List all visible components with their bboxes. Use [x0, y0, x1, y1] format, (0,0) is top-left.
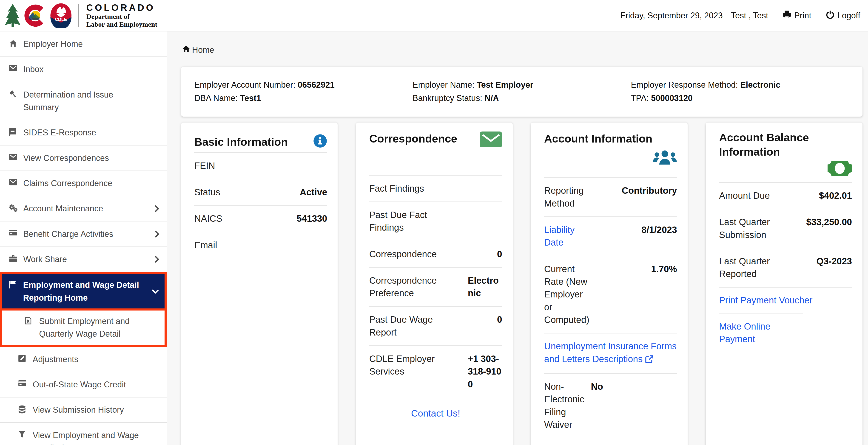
logoff-button[interactable]: Logoff	[826, 10, 860, 21]
sidebar-item-inbox[interactable]: Inbox	[0, 57, 166, 82]
contact-us-row: Contact Us!	[369, 397, 502, 426]
card-title: Account Balance Information	[719, 130, 852, 159]
make-payment-row: Make Online Payment	[719, 313, 852, 352]
pencil-square-icon	[18, 354, 28, 363]
brand-state-name: COLORADO	[86, 2, 157, 13]
filter-icon	[18, 431, 28, 438]
power-icon	[826, 10, 835, 21]
people-icon	[653, 150, 677, 168]
account-balance-card: Account Balance Information Amount Due $…	[706, 123, 863, 445]
printer-icon	[782, 10, 792, 21]
sidebar-item-view-submission-history[interactable]: View Submission History	[0, 398, 166, 423]
breadcrumb[interactable]: Home	[182, 45, 862, 55]
flag-icon	[9, 280, 18, 289]
response-method-label: Employer Response Method:	[631, 80, 738, 90]
logged-in-user: Test , Test	[731, 11, 768, 21]
tpa-value: 500003120	[651, 93, 693, 103]
database-icon	[18, 405, 28, 414]
employer-info-col2: Employer Name: Test Employer Bankruptcy …	[412, 78, 631, 105]
money-bill-icon	[828, 161, 852, 178]
sidebar-item-adjustments[interactable]: Adjustments	[0, 347, 166, 372]
contact-us-link[interactable]: Contact Us!	[411, 407, 460, 420]
print-voucher-row: Print Payment Voucher	[719, 287, 852, 313]
cdle-employer-portal: CDLE COLORADO Department of Labor and Em…	[0, 0, 868, 445]
logo-divider	[78, 4, 79, 26]
brand-dept-line2: Labor and Employment	[86, 21, 157, 29]
account-number-value: 06562921	[298, 80, 335, 90]
response-method-value: Electronic	[740, 80, 780, 90]
envelope-icon	[480, 132, 502, 175]
gavel-icon	[9, 90, 19, 98]
sidebar-item-submit-employment-quarterly-wage-detail[interactable]: Submit Employment and Quarterly Wage Det…	[0, 308, 166, 347]
cdle-badge-icon: CDLE	[50, 3, 72, 28]
envelope-icon	[9, 153, 19, 161]
gears-icon	[9, 204, 19, 212]
card-row: Amount Due $402.01	[719, 182, 852, 209]
card-row: Past Due Fact Findings	[369, 202, 502, 241]
dba-value: Test1	[240, 93, 261, 103]
card-row: Reporting Method Contributory	[544, 177, 677, 217]
home-icon	[9, 39, 19, 47]
colorado-cdle-logo: CDLE COLORADO Department of Labor and Em…	[4, 2, 157, 28]
sidebar-item-work-share[interactable]: Work Share	[0, 247, 166, 272]
print-button[interactable]: Print	[782, 10, 811, 21]
tpa-label: TPA:	[631, 93, 649, 103]
home-icon	[182, 45, 190, 55]
sidebar-item-view-correspondences[interactable]: View Correspondences	[0, 145, 166, 171]
phone-link[interactable]: +1 303-318-9100	[468, 352, 502, 390]
card-row: Correspondence 0	[369, 241, 502, 267]
sidebar-nav: Employer Home Inbox Determination and Is…	[0, 31, 167, 445]
breadcrumb-home[interactable]: Home	[192, 45, 214, 55]
card-row: NAICS 541330	[194, 205, 327, 232]
top-header: CDLE COLORADO Department of Labor and Em…	[0, 0, 868, 31]
chevron-down-icon	[151, 289, 159, 294]
envelope-icon	[9, 178, 19, 186]
bankruptcy-label: Bankruptcy Status:	[412, 93, 482, 103]
card-row: Liability Date 8/1/2023	[544, 216, 677, 256]
naics-link[interactable]: 541330	[297, 212, 327, 225]
sidebar-item-determination-issue-summary[interactable]: Determination and Issue Summary	[0, 82, 166, 120]
chevron-right-icon	[154, 230, 159, 238]
card-row: Current Rate (New Employer or Computed) …	[544, 256, 677, 333]
sidebar-item-out-of-state-wage-credit[interactable]: Out-of-State Wage Credit	[0, 372, 166, 398]
sidebar-item-account-maintenance[interactable]: Account Maintenance	[0, 196, 166, 221]
header-right: Friday, September 29, 2023 Test , Test P…	[620, 10, 860, 21]
file-excel-icon	[25, 316, 34, 325]
card-row: CDLE Employer Services +1 303-318-9100	[369, 345, 502, 397]
card-row: FEIN	[194, 152, 327, 179]
sidebar-item-view-employment-wage-detail-history[interactable]: View Employment and Wage Detail History	[0, 423, 166, 445]
svg-text:CDLE: CDLE	[55, 17, 67, 22]
ui-forms-letters-link[interactable]: Unemployment Insurance Forms and Letters…	[544, 341, 677, 364]
sidebar-item-sides-e-response[interactable]: SIDES E-Response	[0, 120, 166, 145]
correspondence-card: Correspondence Fact Findings Past Due Fa…	[356, 123, 513, 445]
envelope-icon	[9, 65, 19, 72]
sidebar-item-employment-wage-detail-reporting-home[interactable]: Employment and Wage Detail Reporting Hom…	[0, 272, 166, 310]
card-title: Account Information	[544, 132, 677, 146]
card-row: Past Due Wage Report 0	[369, 306, 502, 345]
card-row: Non-Electronic Filing Waiver No	[544, 373, 677, 438]
card-title: Correspondence	[369, 132, 457, 175]
brand-text: COLORADO Department of Labor and Employm…	[86, 2, 157, 28]
print-payment-voucher-link[interactable]: Print Payment Voucher	[719, 295, 812, 305]
card-row: Correspondence Preference Electronic	[369, 267, 502, 306]
book-icon	[9, 128, 19, 136]
bankruptcy-value: N/A	[485, 93, 499, 103]
external-link-icon	[645, 354, 654, 367]
sidebar-item-claims-correspondence[interactable]: Claims Correspondence	[0, 171, 166, 196]
sidebar-item-benefit-charge-activities[interactable]: Benefit Charge Activities	[0, 221, 166, 247]
employer-info-col1: Employer Account Number: 06562921 DBA Na…	[194, 78, 412, 105]
current-date: Friday, September 29, 2023	[620, 11, 723, 21]
card-row: Email	[194, 232, 327, 258]
liability-date-link[interactable]: Liability Date	[544, 224, 587, 249]
info-circle-icon[interactable]	[313, 134, 327, 150]
make-online-payment-link[interactable]: Make Online Payment	[719, 320, 785, 346]
card-row: Fact Findings	[369, 175, 502, 202]
sidebar-item-employer-home[interactable]: Employer Home	[0, 31, 166, 57]
brand-dept-line1: Department of	[86, 13, 157, 21]
fact-findings-link[interactable]: Fact Findings	[369, 182, 452, 195]
pine-tree-icon	[4, 3, 21, 28]
employer-info-col3: Employer Response Method: Electronic TPA…	[631, 78, 849, 105]
basic-information-card: Basic Information FEIN Status Active	[181, 123, 338, 445]
employer-name-value: Test Employer	[477, 80, 533, 90]
credit-card-icon	[18, 380, 28, 386]
